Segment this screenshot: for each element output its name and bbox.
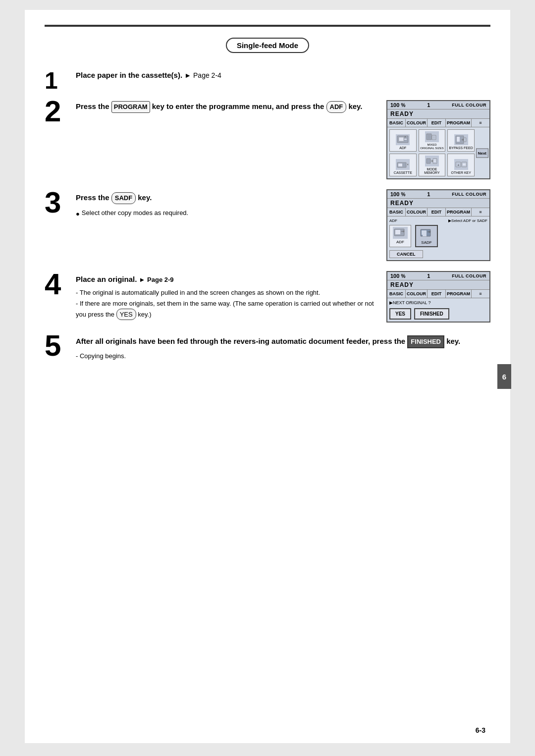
step-3-bullet: ● Select other copy modes as required. [76,208,377,219]
other-key-icon-item[interactable]: + OTHER KEY [447,154,475,176]
full-colour-3: FULL COLOUR [452,273,486,278]
step-2-number: 2 [45,98,67,125]
step-4-bullet2: - If there are more originals, set them … [76,299,377,320]
section-header: Single-feed Mode [226,38,309,53]
screen-icons-row1: ADF MIXEDORIGINAL SIZES [389,129,475,152]
full-colour-1: FULL COLOUR [452,103,486,108]
colour-tab-3[interactable]: COLOUR [406,290,428,298]
adf-icon [396,134,410,145]
step-4-number: 4 [45,271,67,298]
sadf-buttons: ADF SADF [389,225,487,247]
program-tab-1[interactable]: PROGRAM [446,119,472,127]
step-4-bullet1: - The original is automatically pulled i… [76,288,377,298]
step-3-number: 3 [45,189,67,216]
screen-icons-row2: CASSETTE [389,154,475,176]
step-5-sub: - Copying begins. [76,351,490,361]
colour-tab-2[interactable]: COLOUR [406,208,428,216]
svg-rect-14 [433,160,436,161]
svg-rect-19 [463,163,466,165]
sadf-header: ADF ▶Select ADF or SADF [389,218,487,223]
adf-select-icon [393,227,408,239]
screen-panel-1: 100 % 1 FULL COLOUR READY BASIC COLOUR E… [386,100,490,179]
edit-tab-1[interactable]: EDIT [428,119,446,127]
step-5-row: 5 After all originals have been fed thro… [45,332,490,361]
yes-key: YES [116,309,136,321]
sadf-select-icon [419,227,434,239]
adf-select-btn[interactable]: ADF [389,225,411,247]
step-1-content: Place paper in the cassette(s). ► Page 2… [76,70,490,81]
sadf-select-btn[interactable]: SADF [415,225,438,247]
step-1-row: 1 Place paper in the cassette(s). ► Page… [45,70,490,91]
screen-top-bar-3: 100 % 1 FULL COLOUR [387,272,489,280]
step-1-number: 1 [45,70,67,91]
more-tab-2[interactable]: ≡ [472,208,489,216]
step-1-ref: ► Page 2-4 [184,71,221,79]
basic-tab-1[interactable]: BASIC [387,119,406,127]
mixed-sizes-icon-item[interactable]: MIXEDORIGINAL SIZES [419,129,446,152]
cassette-icon [396,159,410,170]
adf-icon-item[interactable]: ADF [389,129,417,152]
cancel-button[interactable]: CANCEL [389,250,423,258]
step-5-number: 5 [45,332,67,359]
other-key-icon: + [454,159,468,170]
ready-text-1: READY [387,109,489,119]
svg-rect-9 [464,138,466,142]
step-5-title: After all originals have been fed throug… [76,335,490,348]
step-2-content: Press the PROGRAM key to enter the progr… [76,98,377,113]
step-3-title: Press the SADF key. [76,193,152,202]
yes-button[interactable]: YES [389,308,411,320]
step-1-title: Place paper in the cassette(s). ► Page 2… [76,71,221,79]
more-tab-3[interactable]: ≡ [472,290,489,298]
step-4-title: Place an original. ► Page 2-9 [76,274,377,285]
screen-top-bar-2: 100 % 1 FULL COLOUR [387,190,489,199]
next-original-label: ▶NEXT ORIGINAL ? [389,300,487,305]
step-3-row: 3 Press the SADF key. ● Select other cop… [45,189,490,261]
svg-rect-2 [404,139,407,140]
ready-text-2: READY [387,199,489,208]
basic-tab-2[interactable]: BASIC [387,208,406,216]
screen-body-1: ADF MIXEDORIGINAL SIZES [387,127,489,178]
step-5-content: After all originals have been fed throug… [76,332,490,361]
screen-panel-3: 100 % 1 FULL COLOUR READY BASIC COLOUR E… [386,271,490,323]
finished-button[interactable]: FINISHED [414,308,449,320]
program-key: PROGRAM [111,101,150,113]
next-button-1[interactable]: Next [476,148,488,158]
top-divider [45,25,490,27]
edit-tab-2[interactable]: EDIT [428,208,446,216]
svg-rect-8 [457,137,460,142]
sadf-key: SADF [111,192,136,204]
more-tab-1[interactable]: ≡ [472,119,489,127]
colour-tab-1[interactable]: COLOUR [406,119,428,127]
screen-menu-bar-2: BASIC COLOUR EDIT PROGRAM ≡ [387,208,489,216]
program-tab-3[interactable]: PROGRAM [446,290,472,298]
screen-menu-bar-3: BASIC COLOUR EDIT PROGRAM ≡ [387,290,489,298]
svg-rect-24 [423,235,427,236]
mixed-sizes-icon [425,131,439,142]
basic-tab-3[interactable]: BASIC [387,290,406,298]
edit-tab-3[interactable]: EDIT [428,290,446,298]
screen-sadf-area: ADF ▶Select ADF or SADF A [387,216,489,260]
finished-key: FINISHED [407,335,444,348]
svg-text:+: + [457,163,460,167]
select-label: ▶Select ADF or SADF [448,218,487,223]
mode-memory-icon [425,156,439,166]
svg-rect-11 [398,163,402,166]
mode-memory-icon-item[interactable]: MODE MEMORY [419,154,446,176]
step-4-row: 4 Place an original. ► Page 2-9 - The or… [45,271,490,323]
cassette-icon-item[interactable]: CASSETTE [389,154,417,176]
page-tab: 6 [497,364,511,389]
screen-menu-bar-1: BASIC COLOUR EDIT PROGRAM ≡ [387,119,489,127]
next-original-buttons: YES FINISHED [389,308,487,320]
svg-rect-15 [433,161,436,162]
step-4-content: Place an original. ► Page 2-9 - The orig… [76,271,377,320]
screen-panel-2: 100 % 1 FULL COLOUR READY BASIC COLOUR E… [386,189,490,261]
ready-text-3: READY [387,280,489,290]
svg-rect-23 [422,230,427,235]
bypass-feed-icon [454,134,468,145]
program-tab-2[interactable]: PROGRAM [446,208,472,216]
svg-rect-12 [427,159,430,163]
step-2-title: Press the PROGRAM key to enter the progr… [76,102,363,110]
step-3-content: Press the SADF key. ● Select other copy … [76,189,377,220]
next-original-area: ▶NEXT ORIGINAL ? YES FINISHED [387,298,489,322]
bypass-feed-icon-item[interactable]: BYPASS FEED [447,129,475,152]
